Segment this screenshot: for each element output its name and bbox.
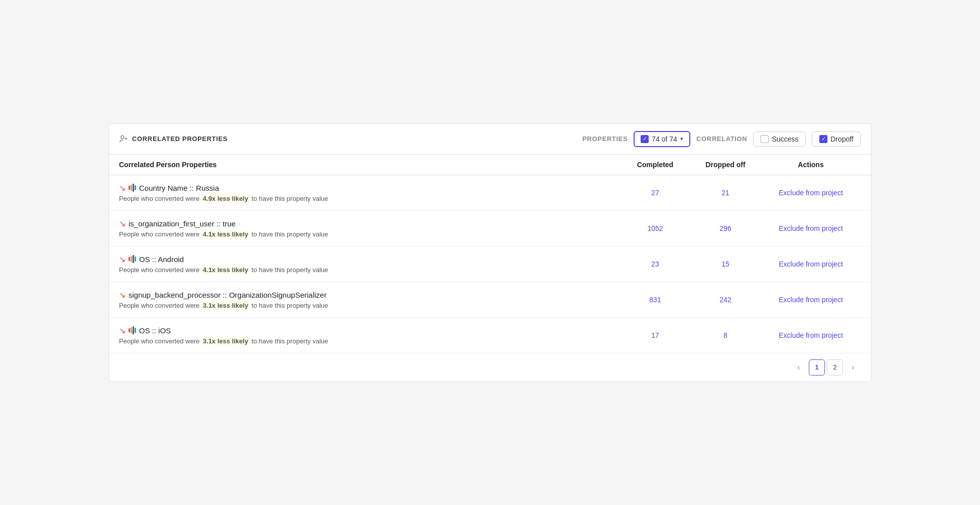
property-name: is_organization_first_user :: true [129, 219, 235, 228]
row-title: ↘ signup_backend_processor :: Organizati… [119, 290, 620, 300]
completed-value: 1052 [620, 224, 690, 232]
properties-checkbox: ✓ [641, 135, 649, 143]
dropped-off-value: 296 [690, 224, 761, 232]
success-filter-button[interactable]: Success [753, 132, 806, 147]
row-property-content: ↘ is_organization_first_user :: true Peo… [119, 219, 620, 238]
exclude-from-project-button[interactable]: Exclude from project [761, 296, 861, 304]
dropoff-checkbox: ✓ [819, 135, 827, 143]
title-text: CORRELATED PROPERTIES [132, 135, 227, 143]
row-title: ↘ OS :: Android [119, 255, 620, 264]
highlight-text: 4.9x less likely [201, 194, 250, 203]
page-1-button[interactable]: 1 [809, 359, 825, 375]
table-row: ↘ is_organization_first_user :: true Peo… [109, 211, 871, 246]
col-header-completed: Completed [620, 161, 690, 169]
bar-chart-icon [129, 326, 136, 334]
exclude-from-project-button[interactable]: Exclude from project [761, 331, 861, 339]
table-header: Correlated Person Properties Completed D… [109, 155, 871, 175]
exclude-from-project-button[interactable]: Exclude from project [761, 260, 861, 268]
correlation-label: CORRELATION [696, 135, 748, 143]
table-row: ↘ Country Name :: Russia People who conv… [109, 175, 871, 211]
dropped-off-value: 21 [690, 189, 761, 197]
trend-down-icon: ↘ [119, 219, 126, 228]
property-name: Country Name :: Russia [139, 184, 219, 192]
row-title: ↘ Country Name :: Russia [119, 183, 620, 193]
property-name: OS :: iOS [139, 326, 171, 335]
trend-down-icon: ↘ [119, 290, 126, 300]
bar-chart-icon [129, 184, 136, 192]
row-property-content: ↘ OS :: iOS People who converted were 3.… [119, 326, 620, 345]
table-body: ↘ Country Name :: Russia People who conv… [109, 175, 871, 353]
row-subtitle: People who converted were 4.1x less like… [119, 266, 620, 274]
table-row: ↘ OS :: iOS People who converted were 3.… [109, 318, 871, 353]
table-row: ↘ signup_backend_processor :: Organizati… [109, 282, 871, 318]
row-title: ↘ is_organization_first_user :: true [119, 219, 620, 228]
col-header-dropped-off: Dropped off [690, 161, 761, 169]
row-subtitle: People who converted were 3.1x less like… [119, 337, 620, 345]
property-name: OS :: Android [139, 255, 184, 264]
properties-count: 74 of 74 [652, 135, 677, 143]
exclude-from-project-button[interactable]: Exclude from project [761, 224, 861, 232]
row-subtitle: People who converted were 4.1x less like… [119, 230, 620, 238]
highlight-text: 4.1x less likely [201, 230, 250, 238]
row-title: ↘ OS :: iOS [119, 326, 620, 335]
chevron-down-icon: ▾ [680, 136, 683, 142]
dropoff-label: Dropoff [830, 135, 853, 143]
col-header-actions: Actions [761, 161, 861, 169]
trend-down-icon: ↘ [119, 255, 126, 264]
completed-value: 23 [620, 260, 690, 268]
row-subtitle: People who converted were 3.1x less like… [119, 302, 620, 309]
pagination-footer: ‹ 1 2 › [109, 353, 871, 382]
trend-down-icon: ↘ [119, 326, 126, 335]
highlight-text: 4.1x less likely [201, 266, 250, 274]
row-subtitle: People who converted were 4.9x less like… [119, 195, 620, 202]
table-row: ↘ OS :: Android People who converted wer… [109, 246, 871, 282]
dropped-off-value: 242 [690, 296, 761, 304]
person-filter-icon [119, 135, 128, 144]
exclude-from-project-button[interactable]: Exclude from project [761, 189, 861, 197]
header-controls: PROPERTIES ✓ 74 of 74 ▾ CORRELATION Succ… [582, 131, 861, 147]
row-property-content: ↘ OS :: Android People who converted wer… [119, 255, 620, 274]
success-checkbox [761, 135, 769, 143]
row-property-content: ↘ signup_backend_processor :: Organizati… [119, 290, 620, 309]
row-property-content: ↘ Country Name :: Russia People who conv… [119, 183, 620, 202]
highlight-text: 3.1x less likely [201, 337, 250, 345]
dropoff-filter-button[interactable]: ✓ Dropoff [812, 132, 861, 147]
success-label: Success [772, 135, 798, 143]
prev-page-button[interactable]: ‹ [791, 359, 807, 375]
bar-chart-icon [129, 255, 136, 263]
correlated-properties-panel: CORRELATED PROPERTIES PROPERTIES ✓ 74 of… [108, 123, 872, 382]
col-header-property: Correlated Person Properties [119, 161, 620, 169]
next-page-button[interactable]: › [845, 359, 861, 375]
panel-header: CORRELATED PROPERTIES PROPERTIES ✓ 74 of… [109, 124, 871, 155]
properties-label: PROPERTIES [582, 135, 628, 143]
dropped-off-value: 8 [690, 331, 761, 339]
property-name: signup_backend_processor :: Organization… [129, 291, 326, 299]
completed-value: 831 [620, 296, 690, 304]
page-2-button[interactable]: 2 [827, 359, 843, 375]
properties-dropdown-button[interactable]: ✓ 74 of 74 ▾ [634, 131, 690, 147]
highlight-text: 3.1x less likely [201, 301, 250, 310]
panel-title: CORRELATED PROPERTIES [119, 135, 574, 144]
svg-point-0 [121, 136, 124, 139]
completed-value: 17 [620, 331, 690, 339]
trend-down-icon: ↘ [119, 183, 126, 193]
dropped-off-value: 15 [690, 260, 761, 268]
completed-value: 27 [620, 189, 690, 197]
